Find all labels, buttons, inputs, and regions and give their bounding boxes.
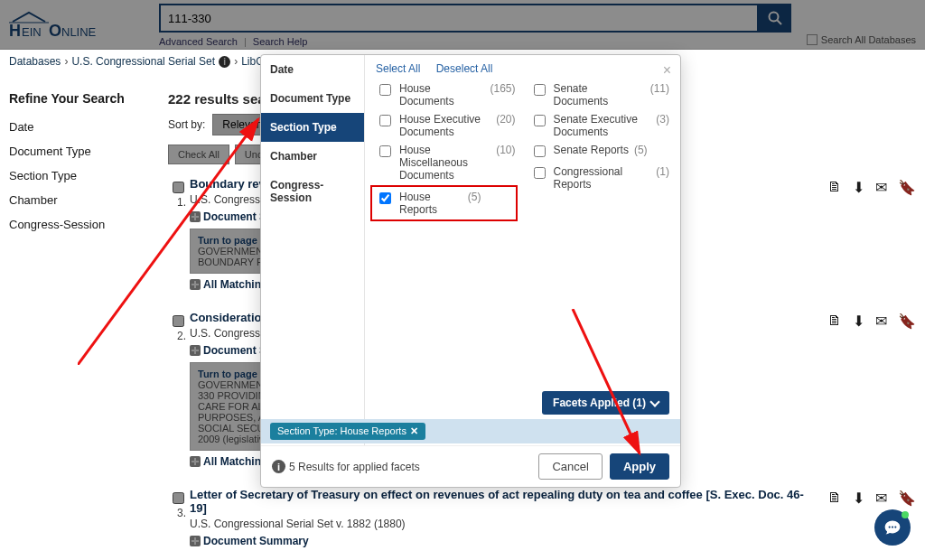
chevron-down-icon: [649, 397, 659, 406]
option-senate-documents[interactable]: Senate Documents (11): [530, 82, 670, 107]
annotation-arrow: [78, 116, 267, 365]
applied-facet-pill[interactable]: Section Type: House Reports✕: [270, 423, 425, 440]
facet-modal: × Date Document Type Section Type Chambe…: [260, 54, 681, 488]
option-congressional-reports[interactable]: Congressional Reports (1): [530, 165, 670, 191]
option-house-misc-documents[interactable]: House Miscellaneous Documents (10): [376, 144, 516, 182]
tab-chamber[interactable]: Chamber: [261, 142, 364, 171]
option-senate-exec-documents[interactable]: Senate Executive Documents (3): [530, 113, 670, 138]
cancel-button[interactable]: Cancel: [538, 453, 602, 480]
tab-date[interactable]: Date: [261, 55, 364, 84]
chat-icon: [883, 518, 902, 537]
option-house-documents[interactable]: House Documents (165): [376, 82, 516, 107]
svg-point-11: [894, 527, 896, 528]
chat-button[interactable]: [874, 509, 911, 546]
tab-section-type[interactable]: Section Type: [261, 113, 364, 142]
tab-document-type[interactable]: Document Type: [261, 84, 364, 113]
results-info: 5 Results for applied facets: [289, 461, 420, 473]
status-dot-icon: [902, 511, 909, 518]
option-house-reports[interactable]: House Reports (5): [372, 187, 516, 219]
svg-line-7: [78, 119, 258, 365]
tab-congress-session[interactable]: Congress-Session: [261, 171, 364, 212]
modal-footer: i 5 Results for applied facets Cancel Ap…: [261, 445, 680, 487]
modal-content: Select All Deselect All House Documents …: [365, 55, 680, 445]
info-icon: i: [272, 460, 285, 473]
modal-tabs: Date Document Type Section Type Chamber …: [261, 55, 365, 445]
remove-facet-icon[interactable]: ✕: [410, 425, 418, 436]
svg-point-9: [889, 527, 891, 528]
option-senate-reports[interactable]: Senate Reports (5): [530, 144, 670, 160]
svg-point-10: [892, 527, 893, 528]
facets-applied-badge[interactable]: Facets Applied (1): [542, 391, 669, 415]
select-all-link[interactable]: Select All: [376, 62, 420, 75]
option-house-exec-documents[interactable]: House Executive Documents (20): [376, 113, 516, 138]
deselect-all-link[interactable]: Deselect All: [436, 62, 493, 75]
applied-facet-band: Section Type: House Reports✕: [261, 419, 680, 443]
apply-button[interactable]: Apply: [610, 453, 669, 480]
